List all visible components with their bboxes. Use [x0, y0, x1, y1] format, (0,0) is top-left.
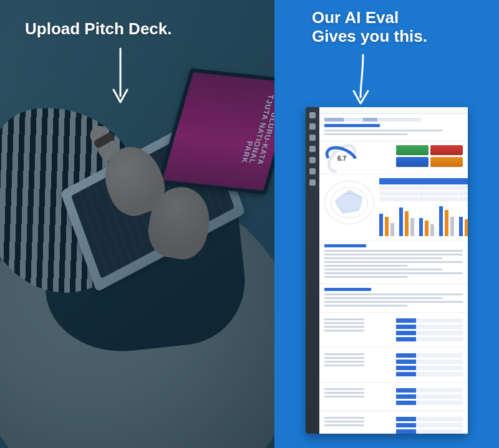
text-line — [324, 257, 442, 259]
gauge-value: 6.7 — [324, 155, 359, 162]
body-section-1 — [319, 241, 468, 284]
tile-blue — [396, 157, 429, 167]
text-line — [324, 424, 364, 426]
text-line — [324, 301, 463, 303]
text-line — [324, 254, 463, 255]
bar — [379, 214, 383, 236]
score-bar — [396, 429, 463, 434]
text-line — [324, 361, 364, 363]
text-line — [324, 322, 364, 324]
scores-section-2 — [319, 348, 468, 383]
scores-section-3 — [319, 383, 468, 411]
report-page: 6.7 — [319, 107, 468, 434]
bar — [390, 223, 394, 236]
bar — [425, 221, 429, 236]
text-line — [324, 365, 364, 366]
charts-section — [319, 174, 468, 241]
bar — [439, 206, 443, 236]
gauge-col: 6.7 — [324, 145, 391, 170]
text-line — [324, 265, 407, 267]
text-line — [324, 293, 463, 295]
score-bar — [396, 366, 463, 370]
text-line — [324, 276, 407, 278]
text-line — [324, 269, 442, 270]
mini-table-row — [379, 186, 468, 190]
section-title — [324, 288, 371, 291]
score-bar — [396, 337, 463, 341]
text-line — [324, 392, 364, 394]
sidebar-icon — [309, 146, 316, 152]
score-bar — [396, 331, 463, 335]
score-bar — [396, 423, 463, 427]
right-heading-line2: Gives you this. — [312, 27, 427, 45]
bar — [445, 210, 448, 236]
report-title-line — [324, 124, 380, 127]
right-heading: Our AI Eval Gives you this. — [312, 9, 427, 46]
sidebar-icon — [309, 135, 316, 141]
score-bar — [396, 318, 463, 323]
text-line — [324, 353, 364, 355]
bar — [450, 217, 454, 236]
report-header-section — [319, 114, 468, 141]
bar — [410, 218, 414, 236]
table-and-bars-col — [379, 178, 468, 236]
text-line — [324, 305, 407, 307]
tiles-col — [396, 145, 463, 170]
left-heading: Upload Pitch Deck. — [25, 20, 172, 39]
tile-red — [430, 145, 463, 155]
bar — [419, 218, 423, 236]
body-section-2 — [319, 284, 468, 313]
bar — [465, 219, 468, 236]
promo-graphic: ULURU-KATA TJUTA NATIONAL PARK Upload Pi… — [0, 0, 499, 448]
bar — [405, 211, 409, 236]
text-line — [324, 297, 442, 299]
text-line — [324, 421, 364, 422]
mini-table-row — [379, 197, 468, 201]
scores-section-4 — [319, 411, 468, 434]
scores-section-1 — [319, 313, 468, 348]
ai-eval-report: 6.7 — [306, 107, 468, 434]
sidebar-icon — [309, 112, 316, 118]
sidebar-icon — [309, 157, 316, 163]
text-line — [324, 318, 364, 320]
text-line — [324, 396, 364, 398]
score-bar — [396, 325, 463, 329]
arrow-down-left — [110, 47, 131, 107]
text-line — [324, 250, 463, 252]
sidebar-icon — [309, 168, 316, 174]
mini-table-header — [379, 178, 468, 184]
bar — [399, 207, 403, 236]
score-bar — [396, 372, 463, 376]
arrow-down-right — [349, 54, 374, 108]
score-bar — [396, 360, 463, 364]
text-line — [324, 272, 463, 274]
score-bar — [396, 388, 463, 393]
left-photo-panel: ULURU-KATA TJUTA NATIONAL PARK — [0, 0, 274, 448]
report-topbar — [319, 107, 468, 114]
text-line — [324, 417, 364, 419]
tile-green — [396, 145, 429, 155]
text-line — [324, 130, 442, 131]
right-heading-line1: Our AI Eval — [312, 8, 399, 27]
score-bar — [396, 394, 463, 399]
score-bar — [396, 401, 463, 405]
bar-chart — [379, 204, 468, 236]
bar — [385, 217, 389, 236]
section-title — [324, 244, 366, 247]
breadcrumb — [324, 118, 421, 122]
radar-chart — [324, 181, 374, 224]
summary-section: 6.7 — [319, 141, 468, 174]
text-line — [324, 326, 364, 328]
bar — [459, 217, 463, 236]
sidebar-icon — [309, 179, 316, 186]
score-bar — [396, 353, 463, 358]
text-line — [324, 357, 364, 359]
tile-orange — [430, 157, 463, 167]
text-line — [324, 261, 463, 263]
report-sidebar — [306, 107, 319, 434]
bar — [430, 224, 434, 236]
photo-tint — [0, 0, 274, 448]
radar-col — [324, 178, 374, 236]
sidebar-icon — [309, 123, 316, 130]
text-line — [324, 388, 364, 390]
